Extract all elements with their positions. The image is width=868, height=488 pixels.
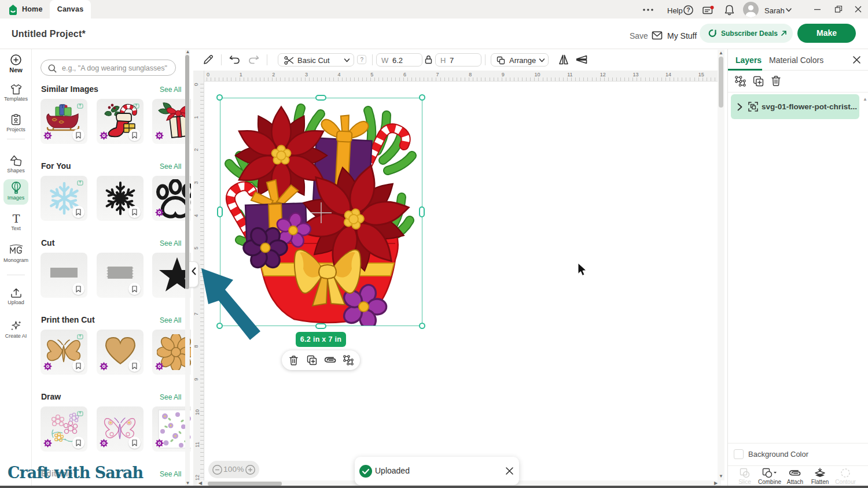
dock-item-attach[interactable]: Attach [782, 468, 808, 485]
dock-item-slice[interactable]: Slice [732, 468, 757, 485]
sidebar-item-text[interactable]: T Text [0, 213, 32, 231]
ungroup-icon[interactable] [343, 355, 354, 365]
selection-handle-top[interactable] [315, 95, 326, 101]
bookmark-button[interactable] [72, 129, 84, 141]
image-result-christmas-stocking[interactable] [97, 99, 144, 144]
bookmark-button[interactable] [128, 206, 141, 218]
duplicate-icon[interactable] [753, 76, 764, 87]
image-search-input[interactable]: e.g., "A dog wearing sunglasses" [41, 60, 176, 76]
sidebar-item-images[interactable]: Images [0, 182, 32, 201]
background-color-swatch[interactable] [734, 449, 744, 459]
panel-scrollbar-thumb[interactable] [185, 55, 189, 289]
save-button[interactable]: Save [630, 31, 648, 40]
flip-vertical-icon[interactable] [575, 54, 588, 65]
bookmark-button[interactable] [128, 129, 141, 141]
linetype-dropdown[interactable]: Basic Cut [278, 53, 354, 66]
user-name[interactable]: Sarah [764, 6, 785, 15]
width-input[interactable]: W 6.2 [376, 53, 422, 66]
image-result-snowflake-blue[interactable] [41, 176, 87, 221]
undo-icon[interactable] [229, 54, 240, 65]
notifications-bell-icon[interactable] [724, 5, 734, 16]
toast-close-icon[interactable] [505, 467, 514, 475]
linetype-help-button[interactable]: ? [357, 55, 366, 64]
canvas-vertical-scrollbar-thumb[interactable] [719, 57, 723, 108]
bookmark-button[interactable] [128, 360, 141, 372]
selection-handle-top-right[interactable] [419, 94, 425, 101]
tab-material-colors[interactable]: Material Colors [769, 56, 823, 65]
image-result-tan-butterfly[interactable] [41, 330, 87, 375]
see-all-link[interactable]: See All [160, 470, 181, 478]
project-title[interactable]: Untitled Project* [12, 29, 86, 39]
image-result-snowflake-black[interactable] [97, 176, 144, 221]
selection-handle-top-left[interactable] [216, 94, 223, 101]
more-menu-icon[interactable] [642, 8, 654, 12]
sidebar-item-new[interactable]: New [0, 54, 32, 73]
tab-layers[interactable]: Layers [735, 56, 762, 65]
selection-handle-bottom-right[interactable] [419, 323, 425, 329]
scroll-up-arrow-icon[interactable]: ▲ [719, 50, 723, 56]
selection-handle-bottom-left[interactable] [216, 323, 223, 329]
subscriber-deals-button[interactable]: Subscriber Deals [700, 24, 793, 43]
tab-home[interactable]: Home [22, 5, 43, 13]
bookmark-button[interactable] [72, 283, 84, 295]
sidebar-item-create-ai[interactable]: Create AI [0, 320, 32, 339]
bookmark-button[interactable] [128, 283, 141, 295]
canvas-vertical-scrollbar[interactable]: ▲ ▼ [718, 50, 724, 480]
tab-canvas[interactable]: Canvas [50, 0, 91, 19]
payment-card-icon[interactable] [703, 6, 714, 15]
bookmark-button[interactable] [72, 360, 84, 372]
image-result-tan-heart[interactable] [97, 330, 144, 375]
see-all-link[interactable]: See All [160, 162, 181, 171]
image-result-floral-cluster[interactable] [41, 406, 87, 452]
redo-icon[interactable] [248, 54, 259, 65]
duplicate-icon[interactable] [307, 355, 317, 365]
user-menu-chevron-down-icon[interactable] [785, 7, 792, 13]
bookmark-button[interactable] [72, 437, 84, 449]
attach-paperclip-icon[interactable] [324, 357, 337, 364]
scroll-left-arrow-icon[interactable]: ◀ [198, 480, 202, 486]
see-all-link[interactable]: See All [160, 393, 181, 401]
scroll-down-arrow-icon[interactable]: ▼ [719, 474, 723, 479]
dock-item-contour[interactable]: Contour [833, 468, 858, 485]
image-result-floral-butterfly[interactable] [97, 406, 144, 452]
draw-pencil-icon[interactable] [203, 54, 214, 65]
see-all-link[interactable]: See All [160, 86, 181, 94]
arrange-dropdown[interactable]: Arrange [491, 53, 549, 66]
window-restore-button[interactable] [834, 5, 843, 14]
bookmark-button[interactable] [128, 437, 141, 449]
canvas-horizontal-scrollbar-thumb[interactable] [208, 482, 282, 486]
sidebar-item-projects[interactable]: Projects [0, 114, 32, 132]
sidebar-item-monogram[interactable]: Monogram [0, 244, 32, 263]
delete-trash-icon[interactable] [289, 356, 298, 365]
height-input[interactable]: H 7 [435, 53, 481, 66]
close-panel-icon[interactable] [852, 56, 861, 64]
layer-expand-chevron-icon[interactable] [737, 103, 742, 111]
selection-handle-right[interactable] [419, 206, 425, 217]
window-minimize-button[interactable] [813, 5, 822, 14]
selection-handle-left[interactable] [217, 206, 223, 217]
zoom-in-button[interactable] [245, 465, 255, 475]
help-label[interactable]: Help [667, 6, 683, 15]
sidebar-item-shapes[interactable]: Shapes [0, 155, 32, 173]
user-avatar[interactable] [743, 2, 759, 17]
layers-scroll-up-arrow-icon[interactable]: ▲ [863, 97, 867, 102]
zoom-out-button[interactable] [212, 465, 222, 475]
make-button[interactable]: Make [797, 24, 856, 43]
lock-aspect-icon[interactable] [425, 55, 432, 64]
ungroup-icon[interactable] [735, 76, 746, 87]
panel-collapse-handle[interactable] [189, 261, 198, 287]
scroll-right-arrow-icon[interactable]: ▶ [714, 480, 718, 486]
layer-item[interactable]: svg-01-flower-pot-christ... [731, 94, 859, 119]
sidebar-item-upload[interactable]: Upload [0, 287, 32, 305]
image-result-rectangle[interactable] [41, 253, 87, 298]
flip-horizontal-icon[interactable] [558, 54, 569, 65]
dock-item-combine[interactable]: Combine [757, 468, 782, 485]
see-all-link[interactable]: See All [160, 316, 181, 324]
delete-trash-icon[interactable] [771, 76, 781, 86]
bookmark-button[interactable] [72, 206, 84, 218]
selection-handle-bottom[interactable] [315, 323, 326, 329]
see-all-link[interactable]: See All [160, 239, 181, 247]
image-result-stamp-rectangle[interactable] [97, 253, 144, 298]
image-result-christmas-sleigh[interactable] [41, 99, 87, 144]
cricut-home-logo-icon[interactable] [9, 5, 17, 15]
